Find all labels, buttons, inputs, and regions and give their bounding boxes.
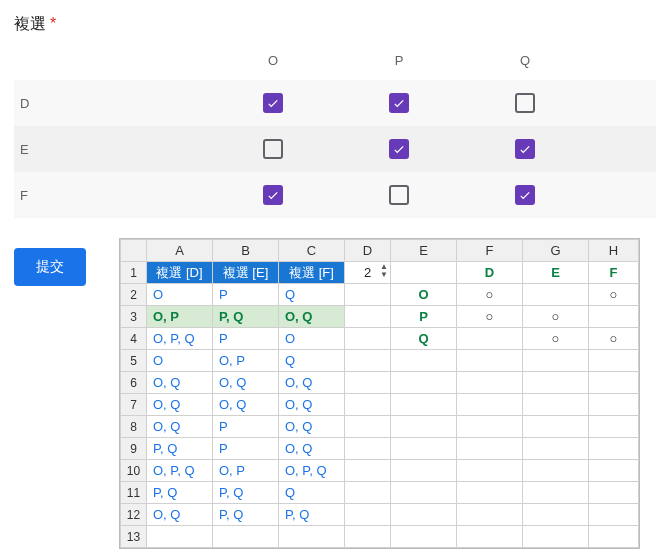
cell[interactable]: O, Q: [213, 372, 279, 394]
cell[interactable]: [345, 416, 391, 438]
cell[interactable]: O, Q: [147, 416, 213, 438]
row-number[interactable]: 9: [121, 438, 147, 460]
cell[interactable]: O, Q: [279, 416, 345, 438]
cell[interactable]: [345, 482, 391, 504]
cell[interactable]: D: [457, 262, 523, 284]
cell[interactable]: [523, 394, 589, 416]
cell[interactable]: [457, 438, 523, 460]
col-header-a[interactable]: A: [147, 240, 213, 262]
cell[interactable]: O, Q: [279, 438, 345, 460]
checkbox-f-o[interactable]: [263, 185, 283, 205]
cell[interactable]: O, Q: [279, 306, 345, 328]
row-number[interactable]: 2: [121, 284, 147, 306]
cell[interactable]: [457, 504, 523, 526]
cell[interactable]: [345, 284, 391, 306]
checkbox-f-q[interactable]: [515, 185, 535, 205]
spinner-arrows-icon[interactable]: ▲▼: [380, 263, 388, 279]
cell[interactable]: O, P, Q: [147, 328, 213, 350]
cell[interactable]: [391, 504, 457, 526]
cell[interactable]: Q: [391, 328, 457, 350]
cell[interactable]: 複選 [E]: [213, 262, 279, 284]
cell[interactable]: [345, 394, 391, 416]
col-header-h[interactable]: H: [589, 240, 639, 262]
checkbox-e-o[interactable]: [263, 139, 283, 159]
cell[interactable]: Q: [279, 284, 345, 306]
col-header-f[interactable]: F: [457, 240, 523, 262]
cell[interactable]: E: [523, 262, 589, 284]
cell[interactable]: O, Q: [147, 504, 213, 526]
cell[interactable]: O, P: [147, 306, 213, 328]
cell[interactable]: [457, 372, 523, 394]
cell[interactable]: O, P, Q: [279, 460, 345, 482]
checkbox-e-q[interactable]: [515, 139, 535, 159]
cell[interactable]: [523, 460, 589, 482]
cell[interactable]: [391, 416, 457, 438]
cell[interactable]: O, P, Q: [147, 460, 213, 482]
cell[interactable]: [391, 482, 457, 504]
cell[interactable]: [345, 306, 391, 328]
col-header-b[interactable]: B: [213, 240, 279, 262]
row-number[interactable]: 3: [121, 306, 147, 328]
cell[interactable]: [457, 394, 523, 416]
cell[interactable]: [589, 416, 639, 438]
cell[interactable]: [345, 438, 391, 460]
cell[interactable]: [589, 526, 639, 548]
col-header-e[interactable]: E: [391, 240, 457, 262]
cell[interactable]: [523, 526, 589, 548]
cell[interactable]: [345, 526, 391, 548]
row-number[interactable]: 1: [121, 262, 147, 284]
cell[interactable]: [457, 460, 523, 482]
cell[interactable]: [391, 526, 457, 548]
cell[interactable]: [523, 416, 589, 438]
cell[interactable]: ○: [589, 284, 639, 306]
cell[interactable]: Q: [279, 350, 345, 372]
row-number[interactable]: 5: [121, 350, 147, 372]
checkbox-e-p[interactable]: [389, 139, 409, 159]
cell[interactable]: [589, 350, 639, 372]
cell[interactable]: P: [391, 306, 457, 328]
cell[interactable]: P, Q: [147, 482, 213, 504]
cell[interactable]: [589, 504, 639, 526]
cell[interactable]: O, Q: [147, 372, 213, 394]
cell[interactable]: P, Q: [213, 306, 279, 328]
cell[interactable]: [345, 372, 391, 394]
cell[interactable]: [523, 482, 589, 504]
cell[interactable]: [457, 416, 523, 438]
cell[interactable]: O: [147, 284, 213, 306]
cell[interactable]: P: [213, 416, 279, 438]
cell[interactable]: ○: [457, 284, 523, 306]
cell[interactable]: [523, 284, 589, 306]
cell[interactable]: O, P: [213, 350, 279, 372]
cell[interactable]: [391, 394, 457, 416]
cell[interactable]: [391, 350, 457, 372]
corner-cell[interactable]: [121, 240, 147, 262]
cell[interactable]: [457, 350, 523, 372]
cell[interactable]: ○: [457, 306, 523, 328]
checkbox-d-o[interactable]: [263, 93, 283, 113]
cell[interactable]: [589, 438, 639, 460]
cell[interactable]: O: [279, 328, 345, 350]
cell[interactable]: [589, 394, 639, 416]
cell[interactable]: O, Q: [213, 394, 279, 416]
row-number[interactable]: 6: [121, 372, 147, 394]
cell[interactable]: Q: [279, 482, 345, 504]
cell[interactable]: [589, 482, 639, 504]
cell[interactable]: F: [589, 262, 639, 284]
cell[interactable]: ○: [589, 328, 639, 350]
cell[interactable]: O: [147, 350, 213, 372]
col-header-c[interactable]: C: [279, 240, 345, 262]
cell[interactable]: P, Q: [279, 504, 345, 526]
cell[interactable]: ○: [523, 328, 589, 350]
cell[interactable]: ○: [523, 306, 589, 328]
row-number[interactable]: 12: [121, 504, 147, 526]
cell[interactable]: P, Q: [213, 482, 279, 504]
cell[interactable]: [345, 350, 391, 372]
cell[interactable]: 複選 [F]: [279, 262, 345, 284]
cell[interactable]: P: [213, 284, 279, 306]
cell[interactable]: [589, 306, 639, 328]
cell[interactable]: [391, 438, 457, 460]
cell[interactable]: [391, 460, 457, 482]
cell[interactable]: [213, 526, 279, 548]
cell[interactable]: P, Q: [147, 438, 213, 460]
cell[interactable]: [523, 504, 589, 526]
